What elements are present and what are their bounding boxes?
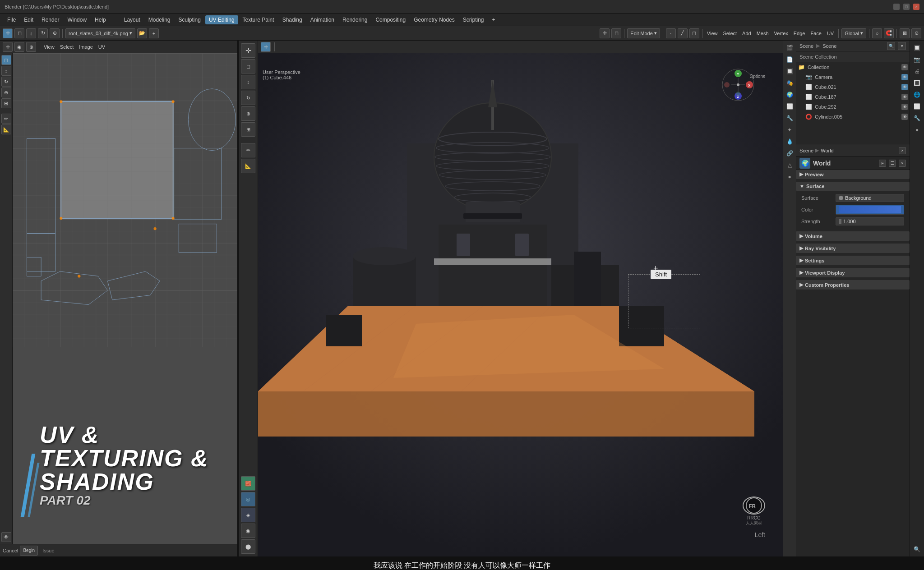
visibility-toggle-collection[interactable]: 👁 [901,64,908,70]
outliner-cylinder005[interactable]: ⭕ Cylinder.005 👁 [796,112,910,122]
workspace-animation[interactable]: Animation [307,15,338,24]
right-output-icon[interactable]: 🖨 [912,66,923,77]
uv-transform-tool[interactable]: ⊞ [1,98,11,108]
outliner-cube292[interactable]: ⬜ Cube.292 👁 [796,102,910,112]
mid-cursor-btn[interactable]: ✛ [241,43,255,58]
workspace-rendering[interactable]: Rendering [339,15,371,24]
uv-view-tools[interactable]: 👁 [1,532,11,542]
outliner-camera[interactable]: 📷 Camera 👁 [796,72,910,82]
vp-cursor-tool[interactable]: ✛ [261,42,271,52]
visibility-toggle-cylinder005[interactable]: 👁 [901,114,908,120]
mid-transform-btn[interactable]: ⊞ [241,122,255,137]
ray-visibility-header[interactable]: ▶ Ray Visibility [796,244,910,253]
uv-grab-tool-left[interactable]: ↕ [1,66,11,76]
vertex-select[interactable]: · [666,28,676,38]
props-tab-particles[interactable]: ✦ [784,124,795,135]
toolbar-view[interactable]: View [705,31,720,36]
workspace-uv-editing[interactable]: UV Editing [205,15,238,24]
uv-cancel-btn[interactable]: Cancel [3,548,18,553]
workspace-geometry-nodes[interactable]: Geometry Nodes [410,15,458,24]
uv-zoom-btn[interactable]: ⊕ [26,42,36,52]
workspace-texture-paint[interactable]: Texture Paint [239,15,278,24]
right-render-icon[interactable]: 📷 [912,54,923,65]
browse-image[interactable]: 📂 [137,28,147,38]
minimize-button[interactable]: ─ [893,4,900,10]
visibility-toggle-cube021[interactable]: 👁 [901,84,908,90]
volume-header[interactable]: ▶ Volume [796,231,910,241]
settings-header[interactable]: ▶ Settings [796,256,910,265]
image-name-dropdown[interactable]: root_slates_03_diff_4k.png ▾ [65,28,135,38]
maximize-button[interactable]: □ [903,4,910,10]
uv-cursor-tool[interactable]: ✛ [3,28,13,38]
window-controls[interactable]: ─ □ × [893,4,919,10]
transform-dropdown[interactable]: Global ▾ [841,28,866,38]
world-fake-user[interactable]: F [879,160,886,167]
menu-render[interactable]: Render [38,15,63,24]
uv-scale-tool-left[interactable]: ⊕ [1,87,11,97]
props-tab-output[interactable]: 📄 [784,54,795,65]
world-browse[interactable]: ☰ [889,160,896,167]
navigation-gizmo[interactable]: X Y Z Options [720,67,756,103]
props-tab-render[interactable]: 🎬 [784,42,795,53]
workspace-scripting[interactable]: Scripting [459,15,488,24]
uv-select-tool-left[interactable]: ◻ [1,55,11,65]
mid-wire-btn[interactable]: ⬤ [241,539,255,554]
breadcrumb-scene[interactable]: Scene [799,148,813,153]
props-tab-physics[interactable]: 💧 [784,136,795,147]
viewport-display-header[interactable]: ▶ Viewport Display [796,268,910,277]
visibility-toggle-cube187[interactable]: 👁 [901,94,908,100]
surface-header[interactable]: ▼ Surface [796,182,910,191]
uv-view-menu[interactable]: View [42,44,56,50]
uv-measure-tool[interactable]: 📐 [1,124,11,134]
uv-image-menu[interactable]: Image [77,44,95,50]
outliner-filter[interactable]: 🔍 [887,42,895,50]
uv-rotate-tool[interactable]: ↻ [38,28,48,38]
uv-scale-tool[interactable]: ⊕ [50,28,60,38]
mid-render-btn[interactable]: ◈ [241,508,255,522]
visibility-toggle-cube292[interactable]: 👁 [901,104,908,110]
uv-annotate-tool[interactable]: ✏ [1,114,11,124]
outliner-cube187[interactable]: ⬜ Cube.187 👁 [796,92,910,102]
uv-annotate-btn[interactable]: ◉ [14,42,24,52]
props-tab-data[interactable]: △ [784,160,795,170]
toolbar-vertex[interactable]: Vertex [772,31,790,36]
strength-value[interactable]: 1.000 [836,217,904,225]
uv-select-menu[interactable]: Select [58,44,76,50]
uv-begin-btn[interactable]: Begin [20,546,38,556]
uv-select-tool[interactable]: ◻ [14,28,24,38]
right-shader-icon[interactable]: ● [912,124,923,135]
mid-select-btn[interactable]: ◻ [241,59,255,74]
menu-window[interactable]: Window [64,15,90,24]
props-tab-material[interactable]: ● [784,171,795,182]
uv-uv-menu[interactable]: UV [97,44,107,50]
mid-solid-btn[interactable]: ◉ [241,524,255,538]
new-image[interactable]: + [149,28,159,38]
edge-select[interactable]: ╱ [678,28,688,38]
outliner-collection[interactable]: 📁 Collection 👁 [796,62,910,72]
props-tab-view[interactable]: 🔲 [784,66,795,77]
workspace-layout[interactable]: Layout [120,15,144,24]
props-tab-constraints[interactable]: 🔗 [784,148,795,159]
face-select[interactable]: ◻ [689,28,699,38]
world-settings[interactable]: × [899,160,906,167]
toolbar-add[interactable]: Add [740,31,753,36]
3d-cursor-tool[interactable]: ✛ [600,28,610,38]
world-close[interactable]: × [899,147,906,154]
menu-help[interactable]: Help [91,15,110,24]
close-button[interactable]: × [913,4,919,10]
3d-select-tool[interactable]: ◻ [611,28,621,38]
right-world-icon[interactable]: 🌐 [912,89,923,100]
uv-cursor-btn[interactable]: ✛ [3,42,13,52]
right-view-layer-icon[interactable]: 🔳 [912,78,923,88]
preview-header[interactable]: ▶ Preview [796,170,910,179]
right-object-icon[interactable]: ⬜ [912,101,923,112]
options-label[interactable]: Options [750,74,765,79]
edit-mode-dropdown[interactable]: Edit Mode ▾ [627,28,660,38]
toolbar-select[interactable]: Select [721,31,739,36]
toolbar-mesh[interactable]: Mesh [755,31,771,36]
props-tab-modifier[interactable]: 🔧 [784,113,795,124]
mid-material-btn[interactable]: ◎ [241,492,255,506]
workspace-shading[interactable]: Shading [279,15,306,24]
surface-value[interactable]: Background [836,194,904,202]
workspace-sculpting[interactable]: Sculpting [175,15,204,24]
